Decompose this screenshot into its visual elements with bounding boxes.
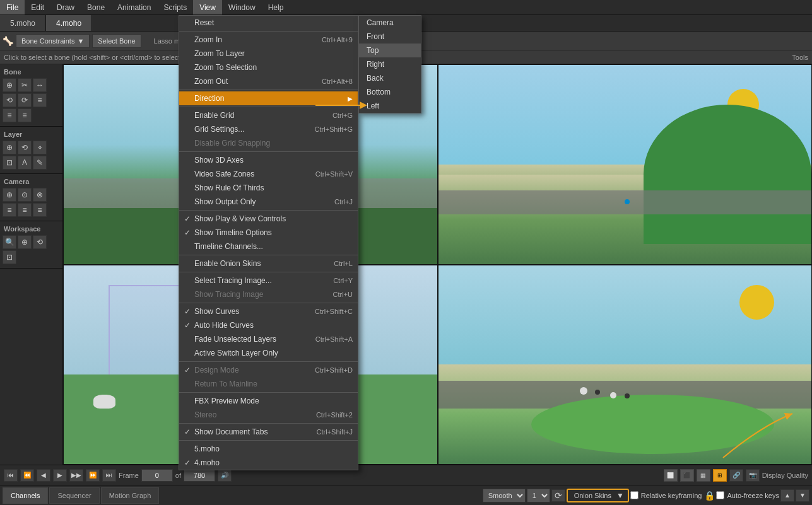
play-btn[interactable]: ▶: [53, 469, 67, 482]
step-frame-fwd-btn[interactable]: ▶▶: [69, 469, 83, 482]
tool-cam-5[interactable]: ≡: [18, 203, 32, 217]
tool-ws-4[interactable]: ⊡: [3, 250, 16, 264]
dd-show-curves[interactable]: ✓ Show Curves Ctrl+Shift+C: [179, 305, 358, 318]
tool-layer-4[interactable]: ⊡: [3, 156, 16, 170]
menu-edit[interactable]: Edit: [25, 0, 50, 15]
frame-input[interactable]: [141, 469, 173, 482]
tool-bone-4[interactable]: ⟲: [3, 93, 16, 107]
tool-layer-2[interactable]: ⟲: [18, 141, 32, 154]
layout-2up-v[interactable]: ▦: [697, 469, 710, 482]
tool-cam-2[interactable]: ⊙: [18, 188, 32, 202]
dd-select-tracing[interactable]: Select Tracing Image... Ctrl+Y: [179, 274, 358, 287]
step-back-btn[interactable]: ⏪: [20, 469, 34, 482]
dd-sep-11: [179, 423, 358, 424]
menu-draw[interactable]: Draw: [50, 0, 81, 15]
menu-file[interactable]: File: [0, 0, 25, 15]
menu-help[interactable]: Help: [262, 0, 290, 15]
dd-reset[interactable]: Reset: [179, 16, 358, 30]
tool-layer-6[interactable]: ✎: [33, 156, 47, 170]
dd-zoom-layer[interactable]: Zoom To Layer: [179, 47, 358, 61]
dd-onion-skins[interactable]: Enable Onion Skins Ctrl+L: [179, 257, 358, 270]
menu-window[interactable]: Window: [222, 0, 262, 15]
dir-right[interactable]: Right: [359, 57, 421, 71]
menu-animation[interactable]: Animation: [111, 0, 157, 15]
total-frames-input[interactable]: [184, 469, 215, 482]
dd-output-only[interactable]: Show Output Only Ctrl+J: [179, 195, 358, 209]
layout-2up-h[interactable]: ⬛: [680, 469, 694, 482]
dd-timeline-channels[interactable]: Timeline Channels...: [179, 240, 358, 253]
dd-show-doc-tabs[interactable]: ✓ Show Document Tabs Ctrl+Shift+J: [179, 425, 358, 439]
viewport-top-right[interactable]: [438, 64, 813, 265]
tool-ws-3[interactable]: ⟲: [33, 235, 47, 249]
step-frame-back-btn[interactable]: ◀: [37, 469, 50, 482]
tool-cam-4[interactable]: ≡: [3, 203, 16, 217]
relative-keyframing-check[interactable]: [630, 491, 638, 499]
dir-bottom[interactable]: Bottom: [359, 85, 421, 99]
scroll-down-btn[interactable]: ▼: [796, 489, 809, 502]
dd-enable-grid[interactable]: Enable Grid Ctrl+G: [179, 108, 358, 122]
play-to-start-btn[interactable]: ⏮: [4, 469, 18, 482]
camera-btn[interactable]: 📷: [746, 469, 760, 482]
dd-video-safe-zones[interactable]: Video Safe Zones Ctrl+Shift+V: [179, 167, 358, 181]
tool-bone-8[interactable]: ≡: [18, 108, 32, 122]
scroll-up-btn[interactable]: ▲: [780, 489, 794, 502]
tab-5moho[interactable]: 5.moho: [0, 15, 46, 31]
dd-zoom-selection[interactable]: Zoom To Selection: [179, 61, 358, 74]
link-btn[interactable]: 🔗: [729, 469, 743, 482]
tool-layer-3[interactable]: ⌖: [33, 141, 47, 154]
tool-bone-2[interactable]: ✂: [18, 78, 32, 92]
menu-scripts[interactable]: Scripts: [157, 0, 193, 15]
dd-active-switch-layer[interactable]: Active Switch Layer Only: [179, 346, 358, 360]
bone-constraints-button[interactable]: Bone Constraints ▼: [16, 34, 90, 48]
dd-fbx-preview[interactable]: FBX Preview Mode: [179, 394, 358, 408]
tool-cam-3[interactable]: ⊗: [33, 188, 47, 202]
tool-bone-7[interactable]: ≡: [3, 108, 16, 122]
dir-camera[interactable]: Camera: [359, 16, 421, 30]
tool-bone-3[interactable]: ↔: [33, 78, 47, 92]
tab-channels[interactable]: Channels: [3, 487, 48, 504]
tab-4moho[interactable]: 4.moho: [46, 15, 92, 31]
dd-show-3d-axes[interactable]: Show 3D Axes: [179, 153, 358, 167]
dd-fade-unselected[interactable]: Fade Unselected Layers Ctrl+Shift+A: [179, 332, 358, 346]
tool-bone-6[interactable]: ≡: [33, 93, 47, 107]
dir-left[interactable]: Left: [359, 99, 421, 113]
cycle-btn[interactable]: ⟳: [551, 489, 565, 502]
of-label: of: [175, 472, 181, 479]
tool-ws-1[interactable]: 🔍: [3, 235, 16, 249]
dir-back[interactable]: Back: [359, 71, 421, 85]
dd-file-5moho[interactable]: 5.moho: [179, 442, 358, 456]
dd-zoom-out[interactable]: Zoom Out Ctrl+Alt+8: [179, 74, 358, 88]
tool-cam-1[interactable]: ⊕: [3, 188, 16, 202]
tool-layer-1[interactable]: ⊕: [3, 141, 16, 154]
tool-bone-5[interactable]: ⟳: [18, 93, 32, 107]
dd-file-4moho[interactable]: ✓ 4.moho: [179, 456, 358, 470]
dd-rule-of-thirds[interactable]: Show Rule Of Thirds: [179, 181, 358, 195]
layout-1up[interactable]: ⬜: [664, 469, 678, 482]
dd-auto-hide-curves[interactable]: ✓ Auto Hide Curves: [179, 318, 358, 332]
dd-direction[interactable]: Direction ▶: [179, 91, 358, 105]
menu-view[interactable]: View: [193, 0, 222, 15]
menu-bone[interactable]: Bone: [81, 0, 111, 15]
onion-dropdown-icon[interactable]: ▼: [616, 491, 624, 500]
tool-layer-5[interactable]: A: [18, 156, 32, 170]
dir-top[interactable]: Top: [359, 44, 421, 57]
tool-cam-6[interactable]: ≡: [33, 203, 47, 217]
dd-grid-settings[interactable]: Grid Settings... Ctrl+Shift+G: [179, 122, 358, 136]
audio-btn[interactable]: 🔊: [218, 469, 232, 482]
tool-bone-1[interactable]: ⊕: [3, 78, 16, 92]
step-fwd-btn[interactable]: ⏩: [86, 469, 100, 482]
auto-freeze-check[interactable]: [716, 491, 724, 499]
dir-front[interactable]: Front: [359, 30, 421, 44]
tool-ws-2[interactable]: ⊕: [18, 235, 32, 249]
play-to-end-btn[interactable]: ⏭: [102, 469, 116, 482]
smooth-select[interactable]: Smooth Linear: [483, 489, 526, 502]
layout-4up[interactable]: ⊞: [713, 469, 727, 482]
select-bone-button[interactable]: Select Bone: [92, 34, 141, 48]
dd-zoom-in[interactable]: Zoom In Ctrl+Alt+9: [179, 33, 358, 47]
smooth-value-select[interactable]: 1: [527, 489, 550, 502]
dd-timeline-options[interactable]: ✓ Show Timeline Options: [179, 226, 358, 240]
tab-motion-graph[interactable]: Motion Graph: [101, 487, 160, 504]
tab-sequencer[interactable]: Sequencer: [49, 487, 99, 504]
dd-play-view-controls[interactable]: ✓ Show Play & View Controls: [179, 212, 358, 226]
viewport-bottom-right[interactable]: [438, 265, 813, 465]
